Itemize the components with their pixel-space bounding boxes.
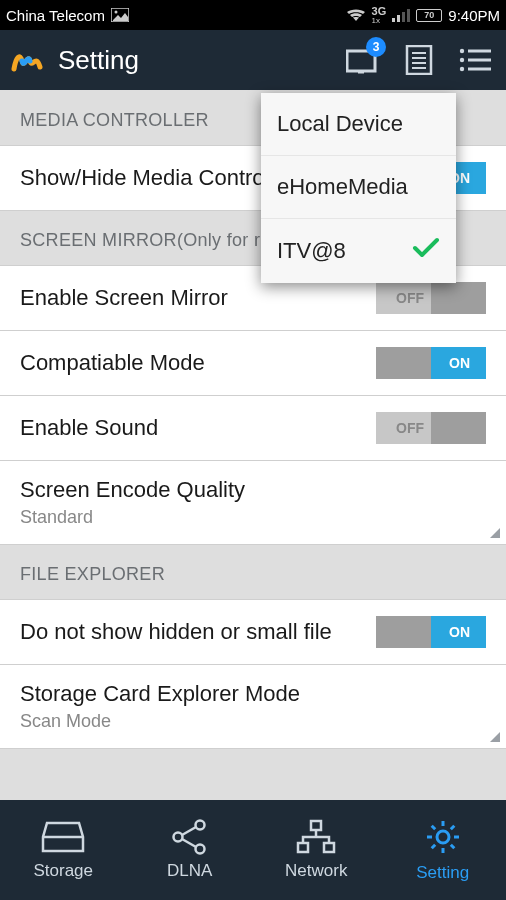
- nav-label: Setting: [416, 863, 469, 883]
- toggle-enable-screen-mirror[interactable]: OFF: [376, 282, 486, 314]
- row-label: Compatiable Mode: [20, 350, 376, 376]
- svg-rect-7: [358, 71, 364, 74]
- checkmark-icon: [412, 237, 440, 265]
- list-icon: [459, 48, 491, 72]
- svg-rect-5: [407, 9, 410, 22]
- svg-rect-3: [397, 15, 400, 22]
- row-label: Do not show hidden or small file: [20, 619, 376, 645]
- app-logo-icon: [10, 43, 44, 77]
- row-label: Enable Screen Mirror: [20, 285, 376, 311]
- expand-indicator-icon: [490, 528, 500, 538]
- nav-dlna[interactable]: DLNA: [127, 800, 254, 900]
- row-hidden-files[interactable]: Do not show hidden or small file ON: [0, 599, 506, 665]
- toggle-compatible-mode[interactable]: ON: [376, 347, 486, 379]
- page-title: Setting: [58, 45, 139, 76]
- svg-point-15: [460, 58, 464, 62]
- svg-point-20: [195, 821, 204, 830]
- popup-item-local-device[interactable]: Local Device: [261, 93, 456, 156]
- svg-rect-27: [324, 843, 334, 852]
- clock-label: 9:40PM: [448, 7, 500, 24]
- svg-point-13: [460, 49, 464, 53]
- share-icon: [170, 819, 210, 855]
- wifi-icon: [346, 8, 366, 22]
- popup-item-label: eHomeMedia: [277, 174, 408, 200]
- popup-item-ehomemedia[interactable]: eHomeMedia: [261, 156, 456, 219]
- svg-rect-2: [392, 18, 395, 22]
- section-file-explorer: FILE EXPLORER: [0, 544, 506, 599]
- nav-label: Network: [285, 861, 347, 881]
- carrier-label: China Telecom: [6, 7, 105, 24]
- svg-line-23: [182, 827, 196, 835]
- picture-icon: [111, 8, 129, 22]
- svg-point-17: [460, 67, 464, 71]
- row-enable-sound[interactable]: Enable Sound OFF: [0, 395, 506, 461]
- network-3g-label: 3G: [372, 6, 387, 17]
- gear-icon: [423, 817, 463, 857]
- row-sublabel: Standard: [20, 507, 486, 528]
- svg-rect-4: [402, 12, 405, 22]
- popup-item-label: Local Device: [277, 111, 403, 137]
- storage-icon: [41, 819, 85, 855]
- nav-setting[interactable]: Setting: [380, 800, 507, 900]
- network-1x-label: 1x: [372, 17, 380, 25]
- svg-rect-8: [407, 46, 431, 74]
- signal-icon: [392, 8, 410, 22]
- battery-icon: 70: [416, 9, 442, 22]
- cast-badge: 3: [366, 37, 386, 57]
- svg-point-21: [173, 833, 182, 842]
- row-sublabel: Scan Mode: [20, 711, 486, 732]
- row-label: Screen Encode Quality: [20, 477, 486, 503]
- svg-point-22: [195, 845, 204, 854]
- list-button[interactable]: [454, 39, 496, 81]
- svg-rect-25: [311, 821, 321, 830]
- row-storage-mode[interactable]: Storage Card Explorer Mode Scan Mode: [0, 664, 506, 749]
- svg-point-1: [114, 11, 117, 14]
- network-icon: [294, 819, 338, 855]
- nav-label: DLNA: [167, 861, 212, 881]
- row-label: Enable Sound: [20, 415, 376, 441]
- expand-indicator-icon: [490, 732, 500, 742]
- device-popup: Local Device eHomeMedia ITV@8: [261, 93, 456, 283]
- svg-point-28: [437, 831, 449, 843]
- svg-rect-26: [298, 843, 308, 852]
- document-button[interactable]: [398, 39, 440, 81]
- nav-storage[interactable]: Storage: [0, 800, 127, 900]
- bottom-nav: Storage DLNA Network: [0, 800, 506, 900]
- document-icon: [405, 45, 433, 75]
- nav-label: Storage: [33, 861, 93, 881]
- popup-item-itv8[interactable]: ITV@8: [261, 219, 456, 283]
- row-encode-quality[interactable]: Screen Encode Quality Standard: [0, 460, 506, 545]
- popup-item-label: ITV@8: [277, 238, 346, 264]
- nav-network[interactable]: Network: [253, 800, 380, 900]
- status-bar: China Telecom 3G 1x 70 9:40PM: [0, 0, 506, 30]
- action-bar: Setting 3: [0, 30, 506, 90]
- svg-line-24: [182, 839, 196, 847]
- row-label: Storage Card Explorer Mode: [20, 681, 486, 707]
- toggle-hidden-files[interactable]: ON: [376, 616, 486, 648]
- row-compatible-mode[interactable]: Compatiable Mode ON: [0, 330, 506, 396]
- cast-button[interactable]: 3: [342, 39, 384, 81]
- toggle-enable-sound[interactable]: OFF: [376, 412, 486, 444]
